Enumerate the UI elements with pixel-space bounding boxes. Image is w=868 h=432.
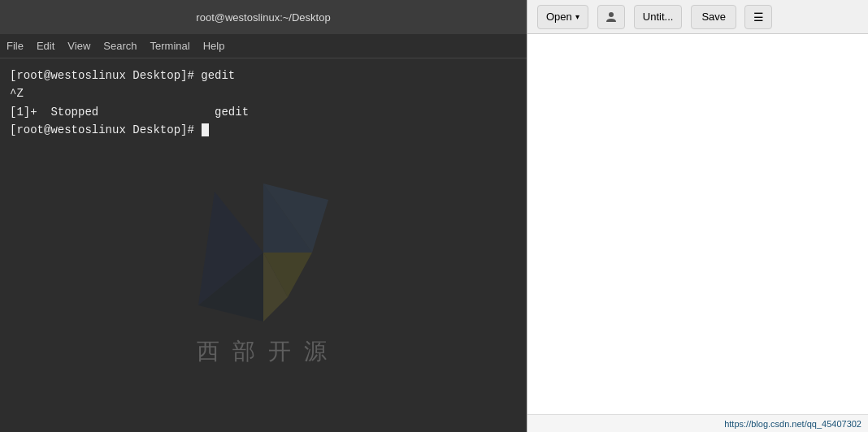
terminal-line-3: [1]+ Stopped gedit bbox=[10, 103, 517, 121]
footer-link[interactable]: https://blog.csdn.net/qq_45407302 bbox=[724, 419, 861, 429]
watermark: 西 部 开 源 bbox=[190, 175, 336, 367]
terminal-title: root@westoslinux:~/Desktop bbox=[196, 11, 330, 24]
svg-marker-3 bbox=[263, 253, 312, 297]
terminal-cursor bbox=[202, 123, 209, 136]
svg-marker-2 bbox=[198, 253, 263, 322]
open-button[interactable]: Open ▾ bbox=[537, 5, 588, 29]
menu-edit[interactable]: Edit bbox=[37, 40, 54, 52]
app-layout: root@westoslinux:~/Desktop File Edit Vie… bbox=[0, 0, 868, 432]
menu-file[interactable]: File bbox=[7, 40, 24, 52]
save-button[interactable]: Save bbox=[691, 5, 736, 29]
untitled-label: Untit... bbox=[643, 11, 674, 23]
untitled-tab[interactable]: Untit... bbox=[634, 5, 683, 29]
terminal-line-1: [root@westoslinux Desktop]# gedit bbox=[10, 67, 517, 84]
editor-content[interactable] bbox=[527, 34, 868, 414]
menu-help[interactable]: Help bbox=[203, 40, 225, 52]
user-icon bbox=[605, 11, 618, 24]
terminal-line-4: [root@westoslinux Desktop]# bbox=[10, 121, 517, 139]
terminal-menubar: File Edit View Search Terminal Help bbox=[0, 34, 527, 58]
svg-marker-5 bbox=[263, 253, 288, 322]
user-icon-button[interactable] bbox=[597, 5, 625, 29]
terminal-pane: root@westoslinux:~/Desktop File Edit Vie… bbox=[0, 0, 527, 432]
terminal-content[interactable]: [root@westoslinux Desktop]# gedit ^Z [1]… bbox=[0, 58, 527, 432]
hamburger-icon: ☰ bbox=[753, 11, 764, 24]
menu-search[interactable]: Search bbox=[103, 40, 137, 52]
menu-view[interactable]: View bbox=[67, 40, 90, 52]
watermark-text: 西 部 开 源 bbox=[197, 336, 329, 367]
terminal-titlebar: root@westoslinux:~/Desktop bbox=[0, 0, 527, 34]
svg-marker-1 bbox=[263, 184, 312, 253]
svg-point-6 bbox=[609, 12, 614, 17]
editor-footer: https://blog.csdn.net/qq_45407302 bbox=[527, 414, 868, 432]
svg-marker-0 bbox=[198, 192, 263, 305]
terminal-line-2: ^Z bbox=[10, 84, 517, 102]
menu-terminal[interactable]: Terminal bbox=[150, 40, 190, 52]
svg-marker-4 bbox=[263, 184, 328, 253]
open-label: Open bbox=[546, 11, 572, 23]
editor-toolbar: Open ▾ Untit... Save ☰ bbox=[527, 0, 868, 34]
watermark-logo bbox=[190, 175, 336, 330]
open-chevron-icon: ▾ bbox=[575, 12, 579, 21]
menu-button[interactable]: ☰ bbox=[744, 5, 772, 29]
editor-pane: Open ▾ Untit... Save ☰ bbox=[527, 0, 868, 432]
save-label: Save bbox=[701, 11, 726, 23]
